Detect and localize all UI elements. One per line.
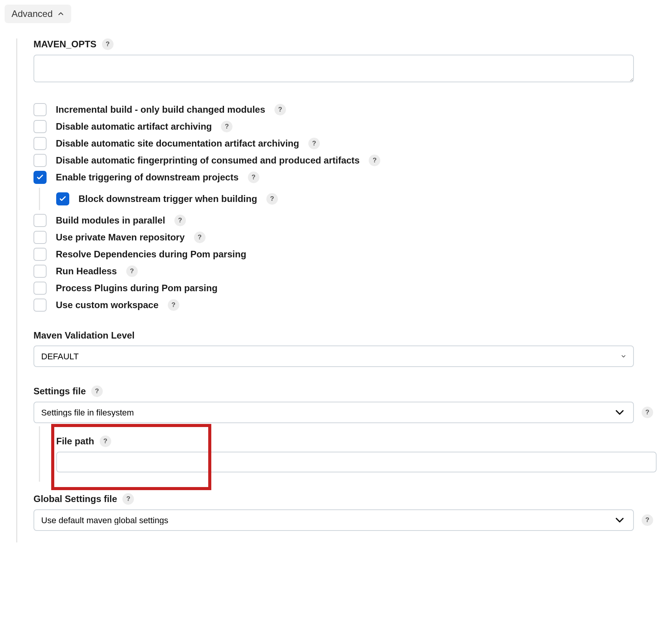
global-settings-select[interactable]: Use default maven global settings: [33, 509, 634, 531]
file-path-input[interactable]: [56, 452, 657, 472]
help-icon[interactable]: ?: [168, 299, 179, 311]
maven-opts-input[interactable]: [33, 55, 634, 82]
maven-opts-label: MAVEN_OPTS: [33, 39, 97, 50]
advanced-toggle[interactable]: Advanced: [5, 5, 71, 23]
incremental-label: Incremental build - only build changed m…: [56, 104, 265, 115]
parallel-label: Build modules in parallel: [56, 215, 165, 226]
disable-site-archiving-checkbox[interactable]: [33, 137, 47, 150]
help-icon[interactable]: ?: [102, 38, 114, 50]
custom-ws-checkbox[interactable]: [33, 299, 47, 312]
validation-select[interactable]: DEFAULT: [33, 345, 634, 367]
help-icon[interactable]: ?: [122, 493, 134, 505]
settings-file-label: Settings file: [33, 386, 86, 397]
advanced-label: Advanced: [12, 8, 53, 19]
headless-checkbox[interactable]: [33, 265, 47, 278]
help-icon[interactable]: ?: [266, 193, 278, 205]
process-plugins-checkbox[interactable]: [33, 282, 47, 295]
help-icon[interactable]: ?: [174, 215, 186, 226]
parallel-checkbox[interactable]: [33, 214, 47, 227]
resolve-deps-checkbox[interactable]: [33, 248, 47, 261]
chevron-up-icon: [57, 10, 64, 17]
help-icon[interactable]: ?: [308, 138, 320, 149]
help-icon[interactable]: ?: [100, 435, 111, 447]
help-icon[interactable]: ?: [194, 232, 206, 243]
enable-downstream-checkbox[interactable]: [33, 171, 47, 184]
disable-site-archiving-label: Disable automatic site documentation art…: [56, 138, 299, 149]
help-icon[interactable]: ?: [369, 155, 380, 166]
headless-label: Run Headless: [56, 266, 117, 277]
private-repo-checkbox[interactable]: [33, 231, 47, 244]
help-icon[interactable]: ?: [91, 385, 103, 397]
incremental-checkbox[interactable]: [33, 103, 47, 116]
disable-archiving-checkbox[interactable]: [33, 120, 47, 133]
private-repo-label: Use private Maven repository: [56, 232, 185, 243]
enable-downstream-label: Enable triggering of downstream projects: [56, 172, 239, 183]
advanced-content: MAVEN_OPTS ? Incremental build - only bu…: [16, 38, 657, 542]
help-icon[interactable]: ?: [274, 104, 286, 115]
resolve-deps-label: Resolve Dependencies during Pom parsing: [56, 249, 246, 260]
disable-archiving-label: Disable automatic artifact archiving: [56, 121, 212, 132]
help-icon[interactable]: ?: [248, 172, 259, 183]
settings-file-select[interactable]: Settings file in filesystem: [33, 402, 634, 423]
block-downstream-checkbox[interactable]: [56, 192, 69, 205]
block-downstream-label: Block downstream trigger when building: [79, 194, 257, 204]
disable-fingerprint-checkbox[interactable]: [33, 154, 47, 167]
validation-label: Maven Validation Level: [33, 330, 135, 341]
global-settings-label: Global Settings file: [33, 494, 117, 504]
custom-ws-label: Use custom workspace: [56, 300, 159, 310]
process-plugins-label: Process Plugins during Pom parsing: [56, 283, 217, 294]
help-icon[interactable]: ?: [126, 265, 138, 277]
disable-fingerprint-label: Disable automatic fingerprinting of cons…: [56, 155, 359, 166]
help-icon[interactable]: ?: [221, 121, 232, 132]
file-path-label: File path: [56, 436, 94, 447]
help-icon[interactable]: ?: [642, 514, 653, 526]
help-icon[interactable]: ?: [642, 407, 653, 418]
